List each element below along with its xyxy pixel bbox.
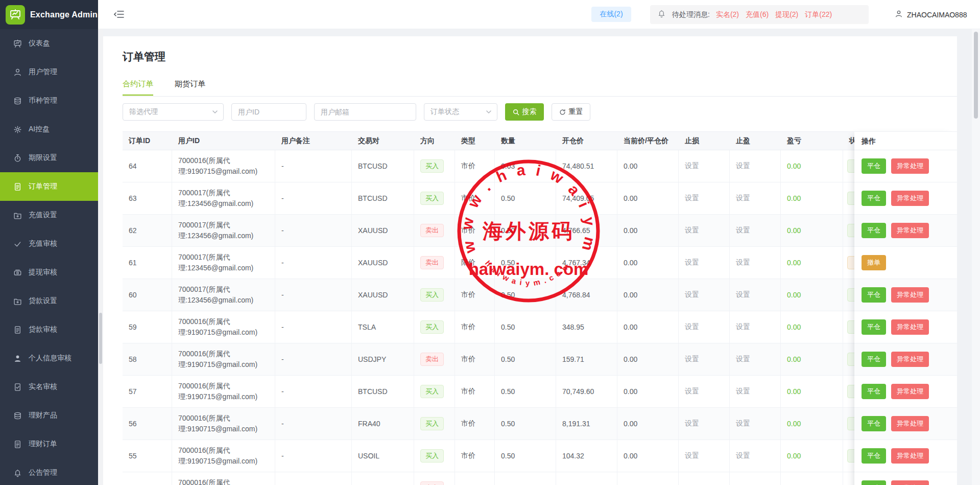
user-id-text: 7000016(所属代理:9190715@gmail.com)	[178, 155, 257, 177]
close-position-button[interactable]: 平仓	[862, 223, 886, 238]
cell-take-profit[interactable]: 设置	[730, 311, 781, 343]
message-link-0[interactable]: 实名(2)	[716, 10, 739, 19]
close-position-button[interactable]: 平仓	[862, 448, 886, 464]
sidebar-item-label: 期限设置	[29, 153, 57, 163]
sidebar-scrollbar[interactable]	[98, 29, 103, 485]
sidebar-item-13[interactable]: 理财产品	[0, 401, 98, 430]
collapse-menu-icon[interactable]	[114, 9, 125, 19]
sidebar-item-11[interactable]: 个人信息审核	[0, 344, 98, 373]
cell-order-id: 57	[123, 376, 172, 407]
user-id-input[interactable]	[231, 103, 306, 121]
cell-stop-loss[interactable]: 设置	[679, 408, 730, 440]
sidebar-item-8[interactable]: 提现审核	[0, 258, 98, 287]
exception-handle-button[interactable]: 异常处理	[891, 158, 929, 174]
sidebar-item-label: 实名审核	[29, 382, 57, 391]
username: ZHAOCAIMAO888	[907, 11, 967, 19]
app-root: Exchange Admin 仪表盘用户管理币种管理AI控盘期限设置订单管理充值…	[0, 0, 980, 485]
sidebar: Exchange Admin 仪表盘用户管理币种管理AI控盘期限设置订单管理充值…	[0, 0, 98, 485]
tab-futures-orders[interactable]: 期货订单	[175, 79, 205, 96]
sidebar-item-0[interactable]: 仪表盘	[0, 29, 98, 58]
cell-remark: -	[275, 408, 352, 440]
cell-open-price: 4,767.34	[556, 247, 617, 279]
cell-take-profit[interactable]: 设置	[730, 343, 781, 375]
search-button[interactable]: 搜索	[505, 103, 544, 121]
message-link-3[interactable]: 订单(22)	[805, 10, 832, 19]
exception-handle-button[interactable]: 异常处理	[891, 448, 929, 464]
exception-handle-button[interactable]: 异常处理	[891, 319, 929, 335]
exception-handle-button[interactable]: 异常处理	[891, 287, 929, 303]
cell-take-profit[interactable]: 设置	[730, 440, 781, 472]
cell-stop-loss[interactable]: 设置	[679, 182, 730, 214]
close-position-button[interactable]: 平仓	[862, 416, 886, 431]
tab-contract-orders[interactable]: 合约订单	[123, 79, 153, 96]
cell-stop-loss[interactable]: 设置	[679, 440, 730, 472]
column-header-8: 当前价/平仓价	[617, 132, 679, 150]
close-position-button[interactable]: 平仓	[862, 384, 886, 399]
cell-take-profit[interactable]: 设置	[730, 376, 781, 407]
close-position-button[interactable]: 平仓	[862, 287, 886, 303]
cell-take-profit[interactable]: 设置	[730, 215, 781, 246]
cell-take-profit[interactable]: 设置	[730, 150, 781, 182]
cell-take-profit[interactable]: 设置	[730, 247, 781, 279]
sidebar-item-2[interactable]: 币种管理	[0, 86, 98, 115]
direction-tag: 买入	[420, 449, 444, 463]
cell-take-profit[interactable]: 设置	[730, 279, 781, 311]
sidebar-item-9[interactable]: 贷款设置	[0, 287, 98, 315]
close-position-button[interactable]: 平仓	[862, 319, 886, 335]
cell-stop-loss[interactable]: 设置	[679, 279, 730, 311]
cell-stop-loss[interactable]: 设置	[679, 311, 730, 343]
sidebar-item-14[interactable]: 理财订单	[0, 430, 98, 458]
column-header-1: 用户ID	[172, 132, 275, 150]
sidebar-item-7[interactable]: 充值审核	[0, 229, 98, 258]
gear-icon	[13, 125, 22, 134]
page-scrollbar-thumb[interactable]	[974, 32, 978, 119]
cell-take-profit[interactable]: 设置	[730, 408, 781, 440]
cell-stop-loss[interactable]: 设置	[679, 376, 730, 407]
cell-current-price: 0.00	[617, 440, 679, 472]
user-email-input[interactable]	[314, 103, 416, 121]
cancel-order-button[interactable]: 撤单	[862, 255, 886, 270]
cell-direction: 买入	[414, 376, 455, 407]
sidebar-item-3[interactable]: AI控盘	[0, 115, 98, 144]
cell-remark: -	[275, 182, 352, 214]
order-status-select[interactable]: 订单状态	[424, 103, 497, 121]
close-position-button[interactable]: 平仓	[862, 158, 886, 174]
page-scrollbar[interactable]	[972, 29, 980, 485]
sidebar-item-15[interactable]: 公告管理	[0, 458, 98, 485]
cell-stop-loss[interactable]: 设置	[679, 343, 730, 375]
cell-take-profit[interactable]: 设置	[730, 182, 781, 214]
cell-stop-loss[interactable]: 设置	[679, 247, 730, 279]
sidebar-item-label: AI控盘	[29, 125, 50, 134]
cell-current-price	[617, 472, 679, 485]
sidebar-item-5[interactable]: 订单管理	[0, 172, 98, 201]
agent-filter-select[interactable]: 筛选代理	[123, 103, 224, 121]
message-link-1[interactable]: 充值(6)	[746, 10, 769, 19]
cell-type	[455, 472, 495, 485]
cell-stop-loss[interactable]: 设置	[679, 150, 730, 182]
sidebar-item-1[interactable]: 用户管理	[0, 58, 98, 86]
exception-handle-button[interactable]: 异常处理	[891, 384, 929, 399]
close-position-button[interactable]: 平仓	[862, 191, 886, 206]
direction-tag: 买入	[420, 417, 444, 430]
current-user[interactable]: ZHAOCAIMAO888	[895, 0, 967, 29]
exception-handle-button[interactable]: 异常处理	[891, 480, 929, 485]
page-title: 订单管理	[123, 50, 165, 64]
exception-handle-button[interactable]: 异常处理	[891, 416, 929, 431]
close-position-button[interactable]: 平仓	[862, 480, 886, 485]
sidebar-item-12[interactable]: 实名审核	[0, 373, 98, 401]
exception-handle-button[interactable]: 异常处理	[891, 352, 929, 367]
cell-stop-loss[interactable]: 设置	[679, 215, 730, 246]
close-position-button[interactable]: 平仓	[862, 352, 886, 367]
cell-type: 市价	[455, 343, 495, 375]
cell-take-profit[interactable]	[730, 472, 781, 485]
sidebar-item-4[interactable]: 期限设置	[0, 144, 98, 172]
exception-handle-button[interactable]: 异常处理	[891, 223, 929, 238]
cell-stop-loss[interactable]	[679, 472, 730, 485]
sidebar-item-6[interactable]: 充值设置	[0, 201, 98, 229]
sidebar-scrollbar-thumb[interactable]	[99, 313, 102, 364]
row-actions: 撤单	[854, 247, 957, 279]
exception-handle-button[interactable]: 异常处理	[891, 191, 929, 206]
message-link-2[interactable]: 提现(2)	[775, 10, 798, 19]
sidebar-item-10[interactable]: 贷款审核	[0, 315, 98, 344]
reset-button[interactable]: 重置	[552, 103, 590, 121]
